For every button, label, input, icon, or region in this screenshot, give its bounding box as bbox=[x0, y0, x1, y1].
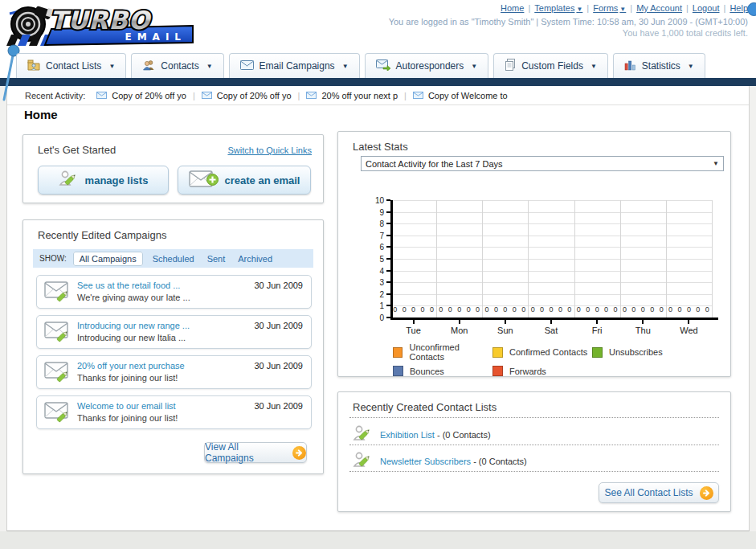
stats-period-select[interactable]: Contact Activity for the Last 7 Days ▼ bbox=[361, 156, 724, 171]
zero: 0 bbox=[675, 305, 684, 313]
tab-custom-fields[interactable]: Custom Fields▼ bbox=[493, 53, 608, 78]
dotted-separator bbox=[349, 471, 719, 472]
folder-user-icon bbox=[27, 59, 40, 73]
dotted-separator bbox=[349, 417, 719, 418]
axis-y bbox=[390, 200, 393, 320]
legend-item: Unsubscribes bbox=[592, 342, 697, 362]
legend-label: Unconfirmed Contacts bbox=[409, 342, 492, 362]
zero: 0 bbox=[418, 305, 427, 313]
mail-small-icon bbox=[96, 91, 107, 100]
credits-status: You have 1,000 total credits left. bbox=[389, 28, 748, 38]
zero: 0 bbox=[666, 305, 676, 313]
tab-statistics[interactable]: Statistics▼ bbox=[613, 53, 705, 78]
legend-label: Forwards bbox=[509, 367, 546, 376]
ylabel: 10 bbox=[370, 196, 384, 205]
latest-stats-title: Latest Stats bbox=[353, 141, 408, 153]
campaign-subtitle: Thanks for joining our list! bbox=[77, 413, 178, 423]
campaign-card[interactable]: Introducing our new range ...Introducing… bbox=[36, 315, 312, 349]
zero: 0 bbox=[509, 305, 519, 313]
zero: 0 bbox=[611, 305, 620, 313]
xtick bbox=[688, 320, 689, 324]
envelope-pencil-icon bbox=[44, 281, 72, 307]
campaign-title-link[interactable]: Introducing our new range ... bbox=[77, 321, 190, 330]
filter-all-campaigns[interactable]: All Campaigns bbox=[73, 252, 143, 266]
legend-item: Unconfirmed Contacts bbox=[393, 342, 492, 362]
pages-icon bbox=[505, 59, 516, 73]
ylabel: 7 bbox=[370, 231, 384, 240]
tab-label: Statistics bbox=[642, 60, 680, 72]
manage-lists-button[interactable]: manage lists bbox=[38, 166, 169, 195]
chevron-down-icon: ▼ bbox=[590, 63, 597, 70]
mail-small-icon bbox=[306, 91, 317, 100]
switch-to-quick-links-link[interactable]: Switch to Quick Links bbox=[227, 145, 312, 155]
create-an-email-button[interactable]: create an email bbox=[178, 166, 311, 195]
vgrid bbox=[436, 200, 437, 318]
campaign-title-link[interactable]: 20% off your next purchase bbox=[77, 361, 185, 371]
envelope-pencil-icon bbox=[44, 322, 72, 347]
hgrid bbox=[393, 247, 712, 248]
xday: Fri bbox=[581, 326, 613, 335]
top-link-my-account[interactable]: My Account bbox=[636, 3, 682, 13]
top-links: Home|Templates▼|Forms▼|My Account|Logout… bbox=[389, 3, 748, 13]
xtick bbox=[505, 320, 506, 324]
campaign-card[interactable]: 20% off your next purchaseThanks for joi… bbox=[36, 355, 312, 389]
link-separator: | bbox=[630, 3, 632, 13]
campaign-title-link[interactable]: Welcome to our email list bbox=[77, 401, 176, 411]
chevron-down-icon: ▼ bbox=[108, 63, 115, 70]
ytick bbox=[386, 235, 390, 236]
campaign-title-link[interactable]: See us at the retail food ... bbox=[77, 281, 180, 290]
recent-activity-item[interactable]: 20% off your next p bbox=[306, 91, 398, 100]
recent-activity-item[interactable]: Copy of 20% off yo bbox=[96, 91, 186, 100]
zero: 0 bbox=[619, 305, 629, 313]
ytick bbox=[386, 281, 390, 283]
campaign-card[interactable]: See us at the retail food ...We're givin… bbox=[36, 275, 312, 309]
top-link-forms[interactable]: Forms▼ bbox=[593, 3, 626, 13]
filter-scheduled[interactable]: Scheduled bbox=[153, 254, 194, 264]
hgrid bbox=[393, 282, 712, 283]
tab-contacts[interactable]: Contacts▼ bbox=[131, 53, 223, 78]
contact-list-item: Newsletter Subscribers - (0 Contacts) bbox=[353, 449, 527, 473]
top-link-templates[interactable]: Templates▼ bbox=[534, 3, 582, 13]
zero: 0 bbox=[638, 305, 648, 313]
xtick bbox=[459, 320, 460, 324]
svg-text:TURBO: TURBO bbox=[50, 6, 152, 35]
view-all-campaigns-button[interactable]: View All Campaigns bbox=[204, 442, 307, 463]
ytick bbox=[386, 258, 390, 260]
top-link-help[interactable]: Help bbox=[729, 3, 748, 13]
ylabel: 8 bbox=[370, 219, 384, 228]
tab-autoresponders[interactable]: Autoresponders▼ bbox=[365, 53, 489, 78]
ylabel: 0 bbox=[370, 313, 384, 322]
campaign-subtitle: Introducing our new Italia ... bbox=[77, 333, 186, 342]
tab-email-campaigns[interactable]: Email Campaigns▼ bbox=[229, 53, 360, 78]
top-link-home[interactable]: Home bbox=[501, 3, 524, 13]
zero: 0 bbox=[528, 305, 537, 313]
top-link-logout[interactable]: Logout bbox=[693, 3, 720, 13]
campaign-filter-bar: SHOW: All CampaignsScheduledSentArchived bbox=[33, 249, 313, 268]
zero: 0 bbox=[648, 305, 657, 313]
recent-activity-item[interactable]: Copy of Welcome to bbox=[413, 91, 508, 100]
see-all-contact-lists-button[interactable]: See All Contact Lists bbox=[599, 482, 719, 503]
help-beacon-icon[interactable] bbox=[747, 2, 756, 16]
chevron-down-icon: ▼ bbox=[713, 160, 719, 167]
dotted-separator bbox=[349, 445, 719, 445]
zero: 0 bbox=[399, 305, 409, 313]
xtick bbox=[413, 320, 415, 324]
zero: 0 bbox=[390, 305, 400, 313]
filter-sent[interactable]: Sent bbox=[207, 254, 226, 264]
chart-legend: Unconfirmed ContactsConfirmed ContactsUn… bbox=[393, 342, 697, 376]
legend-label: Unsubscribes bbox=[609, 347, 663, 357]
recent-activity-item[interactable]: Copy of 20% off yo bbox=[202, 91, 292, 100]
ytick bbox=[386, 211, 390, 213]
ylabel: 6 bbox=[370, 243, 384, 252]
xday: Wed bbox=[672, 326, 705, 335]
header: EMAIL TURBO Home|Templates▼|Forms▼|My Ac… bbox=[0, 0, 756, 78]
filter-archived[interactable]: Archived bbox=[238, 254, 272, 264]
arrow-right-icon bbox=[700, 486, 713, 500]
campaign-card[interactable]: Welcome to our email listThanks for join… bbox=[36, 395, 312, 429]
contact-list-link[interactable]: Newsletter Subscribers bbox=[380, 457, 471, 466]
contact-list-link[interactable]: Exhibition List bbox=[380, 430, 435, 440]
tab-contact-lists[interactable]: Contact Lists▼ bbox=[16, 53, 126, 78]
hgrid bbox=[393, 200, 712, 201]
zero: 0 bbox=[583, 305, 593, 313]
envelope-arrow-icon bbox=[376, 59, 390, 73]
